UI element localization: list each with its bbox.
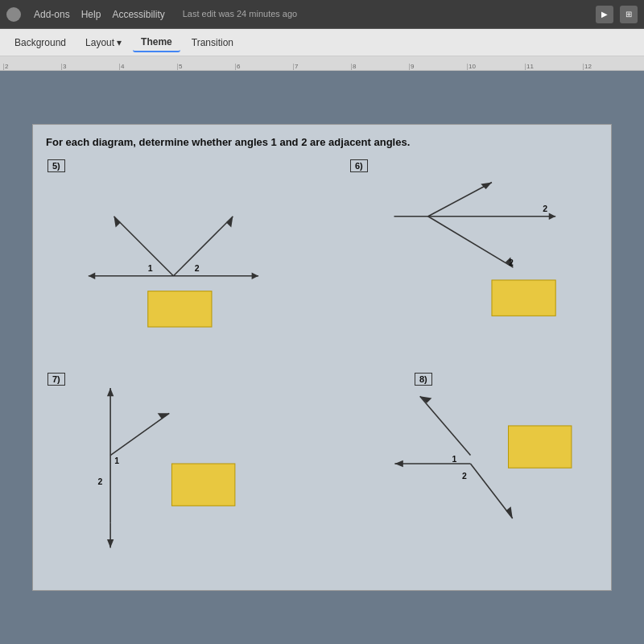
topbar-right-icons: ▶ ⊞ [596,6,638,23]
ruler-mark-7: 7 [293,64,351,70]
svg-marker-24 [158,413,170,419]
diagram-6: 6) 2 2 [326,158,598,343]
layout-btn[interactable]: Layout ▾ [77,34,130,52]
ruler-mark-11: 11 [525,64,583,70]
layout-chevron: ▾ [117,37,122,48]
svg-text:2: 2 [195,263,200,273]
diagram-7-svg: 1 2 [46,371,318,556]
background-btn[interactable]: Background [6,34,74,52]
menu-help[interactable]: Help [81,9,101,20]
svg-text:1: 1 [452,455,456,464]
svg-text:2: 2 [462,472,467,481]
transition-btn[interactable]: Transition [184,34,242,52]
svg-marker-1 [89,272,95,279]
svg-marker-4 [114,217,121,228]
diagram-5-svg: 1 2 [46,158,318,343]
slide-title: For each diagram, determine whether angl… [46,136,598,148]
top-bar: Add-ons Help Accessibility Last edit was… [0,0,644,29]
svg-text:1: 1 [148,263,153,273]
svg-text:2: 2 [509,258,514,267]
svg-text:2: 2 [543,204,547,213]
diagram-8: 8) 1 2 [326,371,598,556]
main-area: For each diagram, determine whether angl… [0,71,644,644]
svg-marker-29 [420,396,432,402]
ruler-mark-2: 2 [3,64,61,70]
diagram-8-svg: 1 2 [326,371,598,556]
svg-marker-13 [481,183,492,189]
present-icon[interactable]: ▶ [596,6,613,23]
svg-rect-9 [148,291,212,327]
svg-line-32 [470,464,512,518]
svg-line-14 [428,217,514,267]
ruler-mark-9: 9 [409,64,467,70]
ruler-mark-12: 12 [583,64,641,70]
app-icon [6,7,21,22]
svg-text:1: 1 [114,456,119,465]
svg-marker-33 [506,506,512,518]
slide: For each diagram, determine whether angl… [32,124,612,591]
diagram-7: 7) 1 2 [46,371,318,556]
svg-line-28 [420,396,471,455]
last-edit-status: Last edit was 24 minutes ago [183,9,297,20]
diagram-6-svg: 2 2 [326,158,598,343]
svg-marker-20 [107,388,114,396]
svg-rect-36 [509,426,572,468]
diagrams-grid: 5) 1 2 [46,158,598,576]
ruler-mark-4: 4 [119,64,177,70]
menu-bar: Add-ons Help Accessibility Last edit was… [34,9,297,20]
svg-rect-27 [171,464,234,506]
svg-rect-18 [492,280,555,316]
ruler: 2 3 4 5 6 7 8 9 10 11 12 [0,56,644,71]
toolbar: Background Layout ▾ Theme Transition [0,29,644,56]
menu-addons[interactable]: Add-ons [34,9,70,20]
svg-marker-31 [394,460,402,467]
svg-marker-6 [226,217,233,228]
svg-text:2: 2 [97,477,102,486]
svg-marker-11 [549,213,555,220]
svg-line-12 [428,183,492,217]
svg-line-3 [114,217,174,276]
svg-marker-2 [252,272,258,279]
diagram-5: 5) 1 2 [46,158,318,343]
ruler-mark-5: 5 [177,64,235,70]
theme-btn[interactable]: Theme [133,33,180,52]
ruler-mark-3: 3 [61,64,119,70]
svg-marker-22 [107,539,114,547]
ruler-mark-6: 6 [235,64,293,70]
svg-line-23 [110,413,169,455]
ruler-mark-8: 8 [351,64,409,70]
ruler-marks: 2 3 4 5 6 7 8 9 10 11 12 [0,56,644,70]
menu-accessibility[interactable]: Accessibility [112,9,164,20]
grid-icon[interactable]: ⊞ [620,6,638,23]
ruler-mark-10: 10 [467,64,525,70]
svg-line-5 [173,217,233,276]
